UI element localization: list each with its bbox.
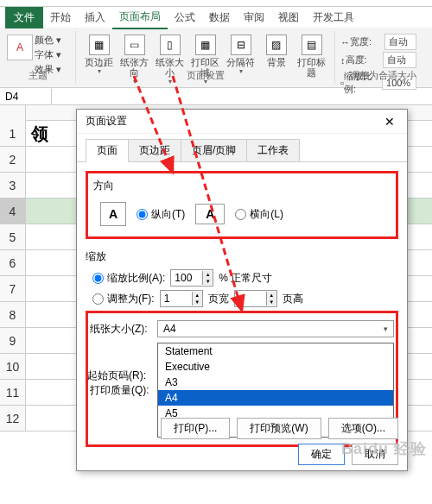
dlg-tab-margins[interactable]: 页边距 — [128, 139, 181, 162]
chevron-down-icon: ▾ — [384, 324, 388, 333]
row-header[interactable]: 12 — [0, 406, 26, 431]
fit-wide-input[interactable]: ▲▼ — [160, 290, 203, 307]
preview-button[interactable]: 打印预览(W) — [237, 418, 321, 439]
row-header[interactable]: 2 — [0, 147, 26, 172]
print-quality-label: 打印质量(Q): — [90, 383, 157, 398]
zoom-scale-radio[interactable]: 缩放比例(A): — [92, 271, 165, 286]
row-header[interactable]: 1 — [0, 121, 26, 146]
ribbon-tab-review[interactable]: 审阅 — [237, 7, 271, 28]
row-header[interactable]: 10 — [0, 354, 26, 379]
theme-colors[interactable]: 颜色 ▾ — [35, 33, 61, 47]
row-header[interactable]: 5 — [0, 224, 26, 249]
ribbon-tab-data[interactable]: 数据 — [202, 7, 237, 28]
ribbon-tab-dev[interactable]: 开发工具 — [306, 7, 361, 28]
name-box[interactable]: D4 — [0, 89, 52, 104]
row-header[interactable]: 7 — [0, 276, 26, 301]
row-header[interactable]: 11 — [0, 380, 26, 405]
group-label-scale: 调整为合适大小 — [335, 69, 430, 82]
ribbon-tabs: 文件 开始 插入 页面布局 公式 数据 审阅 视图 开发工具 — [0, 7, 432, 28]
print-button[interactable]: 打印(P)... — [161, 418, 230, 439]
theme-fonts[interactable]: 字体 ▾ — [35, 47, 61, 62]
tab-file[interactable]: 文件 — [5, 7, 43, 28]
row-header[interactable]: 8 — [0, 302, 26, 327]
scale-height[interactable]: 自动 — [383, 52, 416, 68]
orientation-highlight: 方向 A 纵向(T) A 横向(L) — [86, 171, 398, 239]
row-header[interactable]: 9 — [0, 328, 26, 353]
close-icon[interactable]: ✕ — [376, 111, 403, 132]
row-header[interactable]: 4 — [0, 198, 26, 224]
row-header[interactable]: 3 — [0, 173, 26, 198]
ok-button[interactable]: 确定 — [298, 444, 345, 465]
paper-option[interactable]: Executive — [158, 359, 393, 375]
paper-option[interactable]: Statement — [158, 343, 393, 359]
dlg-tab-headerfooter[interactable]: 页眉/页脚 — [181, 139, 247, 162]
zoom-scale-input[interactable]: ▲▼ — [170, 269, 213, 287]
landscape-radio[interactable]: 横向(L) — [235, 207, 283, 222]
dlg-tab-page[interactable]: 页面 — [86, 139, 129, 162]
dlg-tab-sheet[interactable]: 工作表 — [246, 139, 300, 162]
options-button[interactable]: 选项(O)... — [328, 418, 398, 439]
paper-size-label: 纸张大小(Z): — [90, 322, 157, 337]
zoom-title: 缩放 — [86, 249, 398, 264]
first-page-label: 起始页码(R): — [87, 369, 155, 383]
ribbon-content: A 颜色 ▾ 字体 ▾ 效果 ▾ 主题 ▦页边距▾ ▭纸张方向▾ ▯纸张大小▾ … — [0, 28, 432, 88]
width-icon: ↔ — [340, 37, 350, 47]
ribbon-tab-view[interactable]: 视图 — [271, 7, 306, 28]
orientation-title: 方向 — [93, 179, 391, 193]
portrait-icon: A — [100, 202, 126, 226]
group-label-pagesetup: 页面设置 — [76, 69, 334, 82]
portrait-radio[interactable]: 纵向(T) — [137, 207, 185, 222]
paper-size-combo[interactable]: A4▾ — [157, 320, 394, 337]
paper-option[interactable]: A4 — [158, 390, 393, 406]
row-header[interactable]: 6 — [0, 250, 26, 275]
ribbon-tab-insert[interactable]: 插入 — [78, 7, 112, 28]
zoom-fit-radio[interactable]: 调整为(F): — [92, 292, 155, 306]
group-label-theme: 主题 — [0, 69, 75, 82]
scale-width[interactable]: 自动 — [384, 34, 416, 50]
page-setup-dialog: 页面设置 ✕ 页面 页边距 页眉/页脚 工作表 方向 A 纵向(T) A 横向(… — [76, 109, 408, 471]
dialog-title: 页面设置 — [86, 114, 127, 129]
paper-option[interactable]: A3 — [158, 375, 393, 390]
watermark: Baidu 经验 — [341, 438, 427, 459]
themes-button[interactable]: A — [7, 35, 33, 60]
ribbon-tab-home[interactable]: 开始 — [43, 7, 78, 28]
ribbon-tab-pagelayout[interactable]: 页面布局 — [112, 6, 168, 29]
landscape-icon: A — [195, 204, 225, 224]
fit-tall-input[interactable]: ▲▼ — [234, 290, 277, 307]
cell-a1[interactable]: 领 — [26, 121, 54, 146]
ribbon-tab-formulas[interactable]: 公式 — [168, 7, 202, 28]
